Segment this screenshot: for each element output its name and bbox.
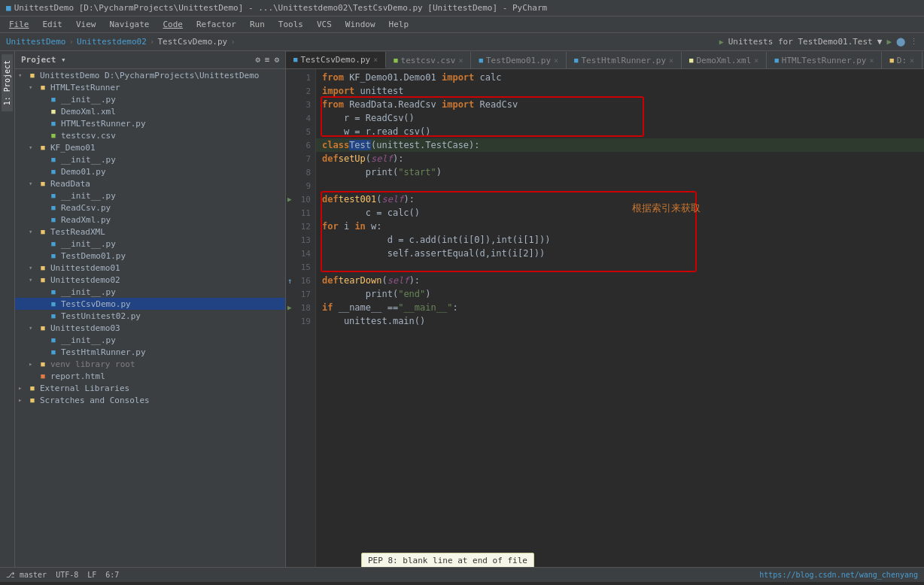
- tab-testcsv_csv[interactable]: ■testcsv.csv×: [386, 52, 471, 68]
- tree-item-readxmlpy[interactable]: ■ReadXml.py: [15, 214, 285, 226]
- statusbar-right[interactable]: https://blog.csdn.net/wang_chenyang: [759, 571, 918, 579]
- tab-close-button[interactable]: ×: [910, 56, 914, 65]
- tab-close-button[interactable]: ×: [754, 56, 758, 65]
- code-line-1[interactable]: from KF_Demo01.Demo01 import calc: [316, 71, 924, 84]
- tab-label: D:: [897, 56, 907, 65]
- tree-icon-folder-open: ■: [38, 262, 48, 273]
- code-line-5[interactable]: w = r.read_csv(): [316, 125, 924, 138]
- menu-item-help[interactable]: Help: [383, 18, 415, 31]
- code-line-19[interactable]: unittest.main(): [316, 314, 924, 328]
- code-line-12[interactable]: for i in w:: [316, 220, 924, 233]
- tab-DemoXml_xml[interactable]: ■DemoXml.xml×: [682, 52, 767, 68]
- project-tab[interactable]: 1: Project: [2, 54, 13, 111]
- tree-item-unittestdemo03[interactable]: ▾■Unittestdemo03: [15, 322, 285, 334]
- tree-item-unittestdemo02[interactable]: ▾■Unittestdemo02: [15, 274, 285, 286]
- tab-close-button[interactable]: ×: [669, 56, 673, 65]
- tree-item-venv[interactable]: ▸■venv library root: [15, 358, 285, 370]
- tree-item-testdemo01[interactable]: ■TestDemo01.py: [15, 250, 285, 262]
- code-line-15[interactable]: [316, 260, 924, 274]
- menu-item-window[interactable]: Window: [339, 18, 381, 31]
- menu-item-file[interactable]: File: [3, 18, 35, 31]
- tree-label: TestDemo01.py: [61, 251, 126, 261]
- code-line-10[interactable]: def test001(self):: [316, 192, 924, 206]
- tree-item-readdata[interactable]: ▾■ReadData: [15, 177, 285, 189]
- menu-item-refactor[interactable]: Refactor: [190, 18, 242, 31]
- editor-area: ■TestCsvDemo.py×■testcsv.csv×■TestDemo01…: [286, 51, 924, 567]
- tree-item-init1[interactable]: ■__init__.py: [15, 93, 285, 105]
- tree-item-kf_demo01[interactable]: ▾■KF_Demo01: [15, 141, 285, 153]
- sidebar-icon-gear[interactable]: ⚙: [274, 55, 279, 65]
- breadcrumb-item-3[interactable]: TestCsvDemo.py: [157, 37, 227, 47]
- editor[interactable]: 12345678910▶1112131415↑16↑1718▶19 from K…: [286, 69, 924, 567]
- tree-item-init4[interactable]: ■__init__.py: [15, 238, 285, 250]
- tree-item-demo01[interactable]: ■Demo01.py: [15, 165, 285, 177]
- tab-TestDemo01_py[interactable]: ■TestDemo01.py×: [471, 52, 567, 68]
- code-line-7[interactable]: def setUp(self):: [316, 152, 924, 165]
- tab-D:[interactable]: ■D:×: [882, 52, 922, 68]
- tree-item-init6[interactable]: ■__init__.py: [15, 334, 285, 346]
- tab-close-button[interactable]: ×: [554, 56, 558, 65]
- tab-TestHtmlRunner_py[interactable]: ■TestHtmlRunner.py×: [567, 52, 682, 68]
- code-line-16[interactable]: def tearDown(self):: [316, 274, 924, 287]
- breadcrumb-item-2[interactable]: Unittestdemo02: [77, 37, 147, 47]
- code-line-9[interactable]: [316, 179, 924, 192]
- tab-close-button[interactable]: ×: [373, 56, 378, 64]
- code-line-2[interactable]: import unittest: [316, 84, 924, 98]
- code-area[interactable]: from KF_Demo01.Demo01 import calc import…: [316, 69, 924, 567]
- tree-item-htmltestrunnerpy[interactable]: ■HTMLTestRunner.py: [15, 117, 285, 129]
- tree-item-testunittest02[interactable]: ■TestUnitest02.py: [15, 310, 285, 322]
- line-number-11: 11: [286, 206, 315, 220]
- tree-item-demoxml[interactable]: ■DemoXml.xml: [15, 105, 285, 117]
- tab-HTMLTestRunner_py[interactable]: ■HTMLTestRunner.py×: [767, 52, 882, 68]
- tree-label: ReadData: [50, 179, 90, 189]
- code-line-3[interactable]: from ReadData.ReadCsv import ReadCsv: [316, 98, 924, 111]
- tree-item-testreadxml[interactable]: ▾■TestReadXML: [15, 226, 285, 238]
- tab-file-icon: ■: [774, 56, 778, 64]
- tree-arrow: ▾: [29, 144, 38, 151]
- tree-item-htmltestrunner[interactable]: ▾■HTMLTestRunner: [15, 81, 285, 93]
- code-line-14[interactable]: self.assertEqual(d,int(i[2])): [316, 247, 924, 260]
- more-button[interactable]: ⋮: [910, 37, 918, 47]
- code-line-18[interactable]: if __name__ =="__main__":: [316, 301, 924, 314]
- code-line-4[interactable]: r = ReadCsv(): [316, 111, 924, 125]
- tree-item-root[interactable]: ▾■UnittestDemo D:\PycharmProjects\Unitte…: [15, 69, 285, 81]
- tree-label: ReadXml.py: [61, 215, 111, 225]
- tree-item-testcsv[interactable]: ■testcsv.csv: [15, 129, 285, 141]
- tree-item-readcsvpy[interactable]: ■ReadCsv.py: [15, 202, 285, 214]
- tree-item-init5[interactable]: ■__init__.py: [15, 286, 285, 298]
- menu-item-code[interactable]: Code: [157, 18, 189, 31]
- menu-item-vcs[interactable]: VCS: [311, 18, 338, 31]
- menu-item-run[interactable]: Run: [244, 18, 271, 31]
- titlebar: ■ UnittestDemo [D:\PycharmProjects\Unitt…: [0, 0, 924, 17]
- tree-icon-py: ■: [48, 311, 59, 321]
- code-line-17[interactable]: print("end"): [316, 287, 924, 301]
- sidebar-icon-collapse[interactable]: ≡: [265, 55, 270, 65]
- run-config-dropdown[interactable]: ▼: [877, 37, 883, 47]
- menu-item-edit[interactable]: Edit: [37, 18, 69, 31]
- code-line-13[interactable]: d = c.add(int(i[0]),int(i[1])): [316, 233, 924, 247]
- tab-TestCsvDemo_py[interactable]: ■TestCsvDemo.py×: [286, 52, 386, 68]
- tab-close-button[interactable]: ×: [869, 56, 874, 65]
- run-button[interactable]: ▶: [886, 37, 892, 47]
- tree-item-testhtmlrunner[interactable]: ■TestHtmlRunner.py: [15, 346, 285, 358]
- tree-item-init3[interactable]: ■__init__.py: [15, 189, 285, 202]
- tree-item-init2[interactable]: ■__init__.py: [15, 153, 285, 165]
- code-line-8[interactable]: print("start"): [316, 165, 924, 179]
- menu-item-view[interactable]: View: [70, 18, 102, 31]
- menu-item-tools[interactable]: Tools: [272, 18, 309, 31]
- breadcrumb-item-1[interactable]: UnittestDemo: [6, 37, 65, 47]
- code-line-11[interactable]: c = calc(): [316, 206, 924, 220]
- tree-item-extlibs[interactable]: ▸■External Libraries: [15, 382, 285, 394]
- menu-item-navigate[interactable]: Navigate: [104, 18, 156, 31]
- tab-close-button[interactable]: ×: [458, 56, 463, 65]
- sidebar-icon-settings[interactable]: ⚙: [255, 55, 260, 65]
- tree-label: HTMLTestRunner.py: [61, 119, 146, 129]
- tree-item-reporthtml[interactable]: ■report.html: [15, 370, 285, 382]
- tree-item-scratches[interactable]: ▸■Scratches and Consoles: [15, 394, 285, 406]
- tree-item-testcsvdemo[interactable]: ■TestCsvDemo.py: [15, 298, 285, 310]
- tree-item-unittestdemo01[interactable]: ▾■Unittestdemo01: [15, 262, 285, 274]
- run-config-label[interactable]: Unittests for TestDemo01.Test: [728, 37, 873, 47]
- debug-button[interactable]: ⬤: [896, 37, 905, 47]
- tab-label: testcsv.csv: [401, 56, 456, 65]
- code-line-6[interactable]: class Test(unittest.TestCase):: [316, 138, 924, 152]
